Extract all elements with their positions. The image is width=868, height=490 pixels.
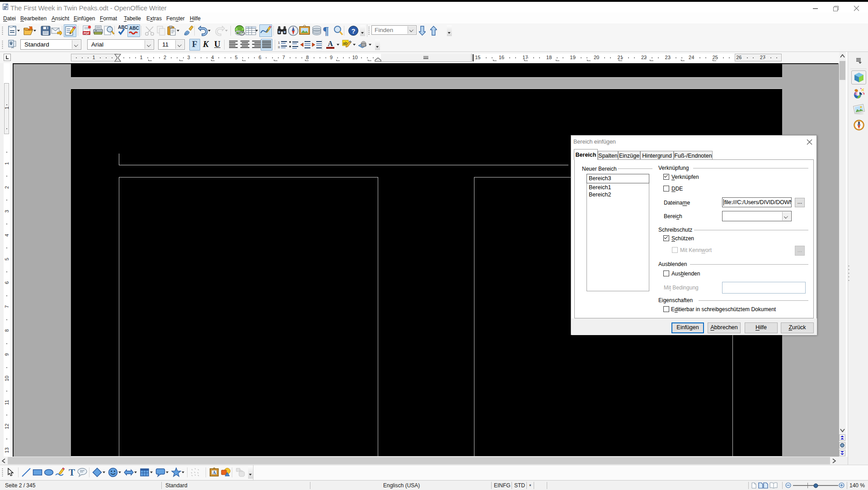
svg-text:¶: ¶	[323, 25, 329, 37]
svg-text:T: T	[69, 467, 75, 477]
svg-text:PDF: PDF	[84, 32, 89, 35]
svg-text:ABC: ABC	[118, 25, 128, 30]
svg-text:A: A	[328, 40, 333, 47]
svg-text:?: ?	[351, 27, 355, 35]
svg-text:N: N	[858, 121, 860, 124]
svg-text:A: A	[212, 470, 216, 475]
svg-text:ABC: ABC	[129, 26, 139, 31]
svg-text:II: II	[278, 45, 280, 49]
svg-text:1: 1	[278, 41, 280, 45]
